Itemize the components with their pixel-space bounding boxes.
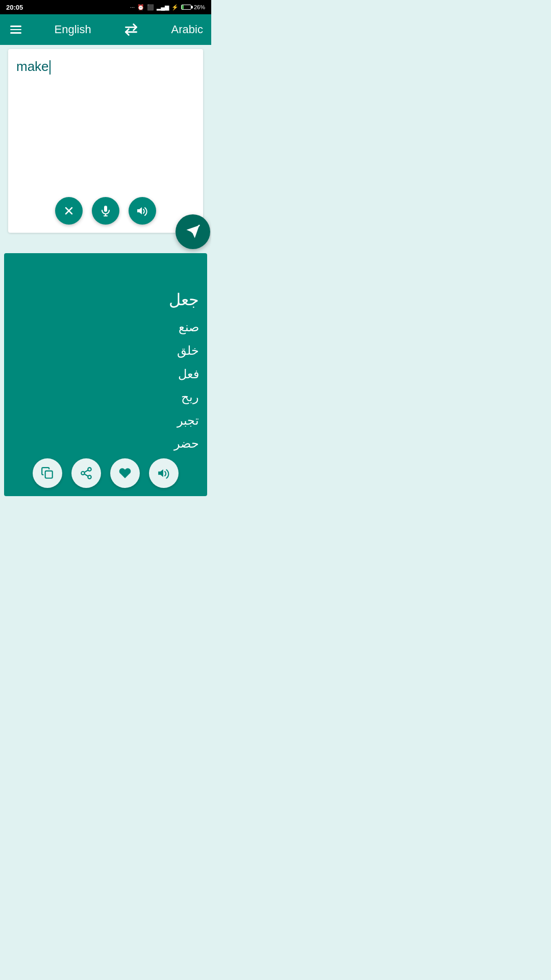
send-icon (185, 224, 201, 239)
copy-icon (41, 467, 54, 480)
alarm-icon: ⏰ (137, 4, 144, 11)
translate-button[interactable] (176, 214, 210, 249)
svg-marker-7 (137, 207, 142, 214)
heart-icon (118, 467, 132, 480)
favorite-button[interactable] (110, 458, 140, 488)
source-language-selector[interactable]: English (54, 23, 91, 36)
swap-horizontal-icon (124, 22, 138, 37)
svg-line-13 (84, 474, 88, 476)
hamburger-menu-button[interactable] (8, 23, 23, 36)
alternate-translations: صنعخلقفعلربحتجبرحضر (12, 315, 199, 455)
swap-languages-button[interactable] (122, 20, 140, 39)
clear-icon (63, 205, 75, 217)
target-speaker-button[interactable] (149, 458, 179, 488)
target-actions-bar (4, 458, 207, 488)
text-cursor (49, 60, 51, 75)
target-language-selector[interactable]: Arabic (171, 23, 203, 36)
source-speaker-icon (136, 205, 148, 217)
svg-rect-9 (45, 471, 53, 478)
status-icons: ··· ⏰ ⬛ ▂▄▆ ⚡ 26% (130, 4, 205, 11)
microphone-icon (99, 205, 112, 217)
status-time: 20:05 (6, 4, 23, 11)
main-translation: جعل (12, 286, 199, 313)
target-speaker-icon (157, 467, 170, 480)
battery-bar (181, 5, 191, 10)
svg-line-14 (84, 470, 88, 472)
source-speaker-button[interactable] (129, 197, 156, 225)
status-bar: 20:05 ··· ⏰ ⬛ ▂▄▆ ⚡ 26% (0, 0, 211, 14)
target-panel: جعل صنعخلقفعلربحتجبرحضر (4, 253, 207, 496)
signal-icon: ▂▄▆ (157, 4, 169, 11)
svg-marker-8 (187, 226, 199, 238)
battery-fill (182, 5, 184, 9)
microphone-button[interactable] (92, 197, 119, 225)
top-nav: English Arabic (0, 14, 211, 45)
sim-icon: ⬛ (147, 4, 154, 11)
translation-output: جعل صنعخلقفعلربحتجبرحضر (12, 261, 199, 455)
source-text-display[interactable]: make (16, 57, 195, 186)
battery-percent: 26% (194, 4, 205, 10)
svg-marker-15 (158, 469, 163, 477)
source-panel-wrapper: make (4, 49, 207, 233)
copy-button[interactable] (33, 458, 62, 488)
clear-button[interactable] (55, 197, 83, 225)
share-icon (80, 467, 93, 480)
dots-icon: ··· (130, 4, 135, 10)
bolt-icon: ⚡ (171, 4, 179, 11)
source-panel: make (8, 49, 203, 233)
source-actions-bar (16, 192, 195, 225)
svg-rect-4 (104, 206, 107, 212)
share-button[interactable] (71, 458, 101, 488)
